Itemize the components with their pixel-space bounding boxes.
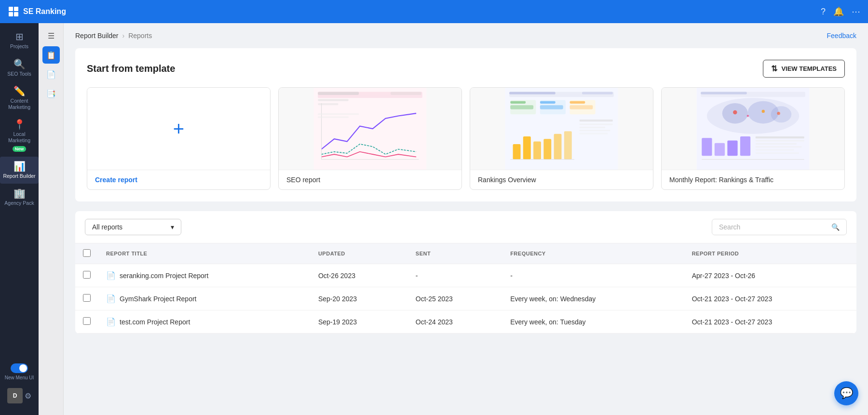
local-marketing-icon: 📍 <box>14 120 26 129</box>
row-3-checkbox[interactable] <box>83 317 91 325</box>
svg-rect-30 <box>543 139 551 160</box>
table-row: 📄 test.com Project Report Sep-19 2023 Oc… <box>75 310 856 334</box>
row-3-updated: Sep-19 2023 <box>311 310 408 334</box>
sidebar-item-projects[interactable]: ⊞ Projects <box>0 27 39 54</box>
svg-rect-59 <box>756 152 799 154</box>
svg-rect-54 <box>756 136 804 138</box>
sidebar-light: ☰ 📋 📄 📑 <box>39 23 64 415</box>
svg-rect-56 <box>756 143 797 145</box>
content-marketing-icon: ✏️ <box>14 86 26 96</box>
view-templates-button[interactable]: ⇅ VIEW TEMPLATES <box>763 60 845 78</box>
avatar-settings[interactable]: D ⚙ <box>4 384 34 407</box>
row-1-sent: - <box>408 264 502 287</box>
svg-rect-55 <box>756 140 804 141</box>
reports-controls: All reports ▾ Search 🔍 <box>75 211 856 243</box>
main-layout: ⊞ Projects 🔍 SEO Tools ✏️ Content Market… <box>0 23 868 415</box>
row-2-title-cell: 📄 GymShark Project Report <box>98 287 311 310</box>
template-card-label-rankings: Rankings Overview <box>470 170 653 189</box>
avatar[interactable]: D <box>7 388 23 403</box>
svg-rect-33 <box>580 120 613 121</box>
template-card-label-monthly: Monthly Report: Rankings & Traffic <box>662 170 844 189</box>
templates-grid: + Create report <box>87 87 845 190</box>
seo-tools-icon: 🔍 <box>14 59 26 69</box>
svg-rect-51 <box>715 143 725 156</box>
row-2-sent: Oct-25 2023 <box>408 287 502 310</box>
sidebar-item-report-builder[interactable]: 📊 Report Builder <box>0 157 39 184</box>
svg-point-49 <box>747 115 749 117</box>
svg-rect-41 <box>701 92 747 94</box>
svg-rect-17 <box>582 92 613 94</box>
col-updated: UPDATED <box>311 243 408 264</box>
help-icon[interactable]: ? <box>821 7 826 17</box>
svg-rect-19 <box>510 101 526 104</box>
logo-icon <box>8 6 19 17</box>
svg-rect-23 <box>540 105 563 109</box>
svg-rect-25 <box>570 101 585 104</box>
svg-rect-2 <box>9 12 13 16</box>
table-row: 📄 seranking.com Project Report Oct-26 20… <box>75 264 856 287</box>
sidebar-item-content-marketing[interactable]: ✏️ Content Marketing <box>0 81 39 115</box>
sidebar-light-report[interactable]: 📋 <box>42 46 60 64</box>
chat-bubble[interactable]: 💬 <box>834 381 858 405</box>
bell-icon[interactable]: 🔔 <box>833 6 844 17</box>
svg-rect-36 <box>580 130 610 131</box>
app-logo[interactable]: SE Ranking <box>8 6 66 17</box>
row-2-updated: Sep-20 2023 <box>311 287 408 310</box>
sidebar-light-list[interactable]: ☰ <box>42 27 60 44</box>
template-card-monthly[interactable]: Monthly Report: Rankings & Traffic <box>661 87 845 190</box>
filter-select[interactable]: All reports ▾ <box>85 219 181 235</box>
row-1-checkbox[interactable] <box>83 271 91 279</box>
more-icon[interactable]: ⋯ <box>852 6 860 17</box>
template-card-img-seo <box>279 88 461 170</box>
breadcrumb-parent[interactable]: Report Builder <box>75 32 119 40</box>
plus-icon: + <box>173 119 184 138</box>
row-1-updated: Oct-26 2023 <box>311 264 408 287</box>
template-card-img-create: + <box>87 88 270 170</box>
svg-rect-3 <box>14 12 18 16</box>
projects-icon: ⊞ <box>15 32 24 41</box>
new-badge: New <box>13 146 27 152</box>
template-card-img-monthly <box>662 88 844 170</box>
sidebar-light-doc[interactable]: 📄 <box>42 66 60 83</box>
row-1-period: Apr-27 2023 - Oct-26 <box>684 264 856 287</box>
chevron-down-icon: ▾ <box>171 223 174 231</box>
svg-rect-32 <box>564 131 572 159</box>
svg-point-47 <box>762 110 765 113</box>
row-2-checkbox[interactable] <box>83 294 91 302</box>
table-header: REPORT TITLE UPDATED SENT FREQUENCY REPO… <box>75 243 856 264</box>
agency-pack-icon: 🏢 <box>14 188 26 198</box>
row-3-checkbox-cell <box>75 310 98 334</box>
select-all-checkbox[interactable] <box>83 249 91 257</box>
template-card-rankings[interactable]: Rankings Overview <box>470 87 653 190</box>
template-card-label-create: Create report <box>87 170 270 189</box>
row-3-period: Oct-21 2023 - Oct-27 2023 <box>684 310 856 334</box>
template-card-create[interactable]: + Create report <box>87 87 271 190</box>
sidebar-light-template[interactable]: 📑 <box>42 85 60 102</box>
search-icon: 🔍 <box>831 223 840 231</box>
template-card-seo[interactable]: SEO report <box>278 87 462 190</box>
row-2-checkbox-cell <box>75 287 98 310</box>
table-row: 📄 GymShark Project Report Sep-20 2023 Oc… <box>75 287 856 310</box>
reports-section: All reports ▾ Search 🔍 REP <box>75 211 856 334</box>
new-menu-toggle-area[interactable]: New Menu UI <box>2 360 37 384</box>
sidebar-item-seo-tools[interactable]: 🔍 SEO Tools <box>0 54 39 82</box>
topbar-left: SE Ranking <box>8 6 66 17</box>
row-3-title-cell: 📄 test.com Project Report <box>98 310 311 334</box>
row-1-title-cell: 📄 seranking.com Project Report <box>98 264 311 287</box>
svg-rect-53 <box>740 136 750 156</box>
col-sent: SENT <box>408 243 502 264</box>
pdf-icon: 📄 <box>106 271 116 280</box>
settings-icon[interactable]: ⚙ <box>25 391 31 401</box>
svg-rect-12 <box>318 113 359 115</box>
row-2-frequency: Every week, on: Wednesday <box>502 287 684 310</box>
new-menu-toggle-switch[interactable] <box>11 363 28 373</box>
topbar: SE Ranking ? 🔔 ⋯ <box>0 0 868 23</box>
sidebar-item-local-marketing[interactable]: 📍 Local Marketing New <box>0 115 39 156</box>
svg-rect-50 <box>702 138 712 156</box>
search-placeholder: Search <box>719 223 740 231</box>
feedback-button[interactable]: Feedback <box>827 32 856 40</box>
svg-rect-57 <box>756 146 802 147</box>
search-box[interactable]: Search 🔍 <box>712 219 847 235</box>
row-3-sent: Oct-24 2023 <box>408 310 502 334</box>
sidebar-item-agency-pack[interactable]: 🏢 Agency Pack <box>0 184 39 211</box>
